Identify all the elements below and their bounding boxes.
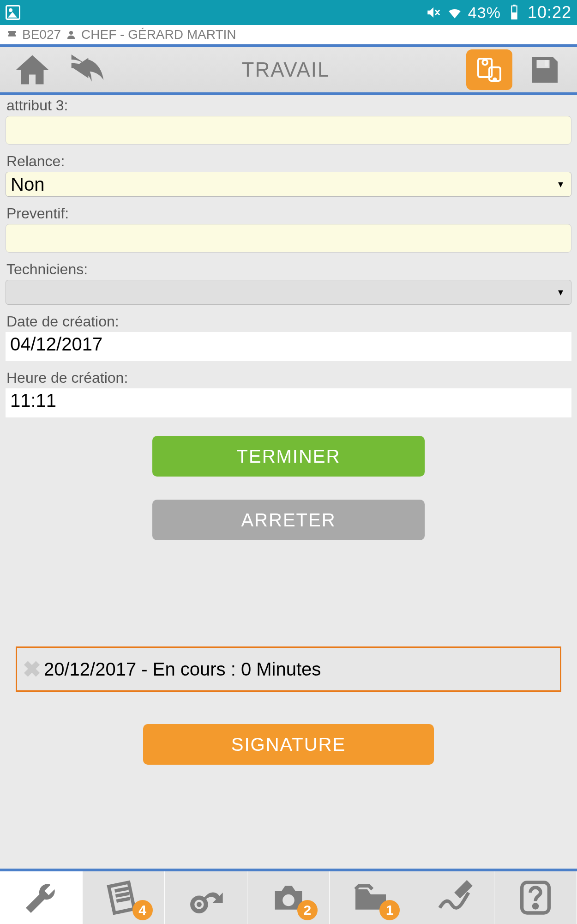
arreter-button[interactable]: ARRETER bbox=[152, 500, 425, 540]
user-name: CHEF - GÉRARD MARTIN bbox=[81, 27, 236, 42]
clock: 10:22 bbox=[528, 3, 571, 22]
back-button[interactable] bbox=[65, 49, 105, 90]
preventif-input[interactable] bbox=[6, 224, 571, 253]
person-icon bbox=[66, 29, 77, 40]
badge-camera: 2 bbox=[297, 900, 318, 920]
volume-muted-icon bbox=[426, 5, 441, 20]
relance-label: Relance: bbox=[6, 153, 571, 170]
close-icon[interactable]: ✖ bbox=[23, 656, 41, 682]
tab-signature[interactable] bbox=[412, 871, 495, 924]
field-relance: Relance: Non bbox=[6, 153, 571, 197]
svg-rect-8 bbox=[545, 60, 548, 66]
bottom-nav: 4 2 1 bbox=[0, 869, 577, 924]
user-info-bar: BE027 CHEF - GÉRARD MARTIN bbox=[0, 25, 577, 44]
svg-rect-1 bbox=[511, 12, 517, 19]
svg-line-10 bbox=[115, 888, 128, 891]
svg-rect-9 bbox=[109, 882, 134, 913]
battery-percent: 43% bbox=[468, 4, 501, 22]
svg-point-15 bbox=[282, 894, 295, 906]
site-code: BE027 bbox=[22, 27, 61, 42]
attribut3-input[interactable] bbox=[6, 116, 571, 145]
top-bar: TRAVAIL bbox=[0, 44, 577, 95]
battery-icon bbox=[506, 5, 522, 20]
field-preventif: Preventif: bbox=[6, 205, 571, 253]
status-left bbox=[6, 5, 20, 20]
tab-camera[interactable]: 2 bbox=[247, 871, 330, 924]
svg-point-17 bbox=[534, 905, 537, 908]
floppy-disk-icon bbox=[525, 50, 564, 89]
heure-creation-value: 11:11 bbox=[6, 388, 571, 417]
page-title: TRAVAIL bbox=[118, 58, 453, 81]
field-date-creation: Date de création: 04/12/2017 bbox=[6, 313, 571, 361]
devices-icon bbox=[475, 55, 504, 85]
tab-gear-arrow[interactable] bbox=[165, 871, 247, 924]
tab-wrench[interactable] bbox=[0, 871, 83, 924]
heure-creation-label: Heure de création: bbox=[6, 369, 571, 387]
svg-point-14 bbox=[197, 902, 202, 907]
home-button[interactable] bbox=[13, 50, 52, 89]
svg-point-3 bbox=[69, 31, 73, 35]
status-entry[interactable]: ✖ 20/12/2017 - En cours : 0 Minutes bbox=[16, 646, 561, 692]
devices-button[interactable] bbox=[466, 49, 512, 90]
gear-arrow-icon bbox=[186, 877, 226, 918]
ticket-icon bbox=[6, 29, 18, 40]
pen-signature-icon bbox=[433, 877, 474, 918]
techniciens-label: Techniciens: bbox=[6, 261, 571, 278]
badge-clipboard: 4 bbox=[132, 900, 153, 920]
field-attribut3: attribut 3: bbox=[6, 97, 571, 145]
tab-help[interactable] bbox=[494, 871, 577, 924]
svg-point-7 bbox=[493, 79, 496, 81]
relance-select[interactable]: Non bbox=[6, 172, 571, 197]
tab-folder[interactable]: 1 bbox=[330, 871, 412, 924]
action-buttons: TERMINER ARRETER bbox=[6, 417, 571, 554]
tab-clipboard[interactable]: 4 bbox=[83, 871, 165, 924]
date-creation-value: 04/12/2017 bbox=[6, 332, 571, 361]
home-icon bbox=[13, 50, 52, 89]
techniciens-select[interactable] bbox=[6, 280, 571, 305]
svg-rect-2 bbox=[513, 5, 516, 6]
android-status-bar: 43% 10:22 bbox=[0, 0, 577, 25]
field-techniciens: Techniciens: bbox=[6, 261, 571, 305]
svg-line-11 bbox=[116, 894, 129, 896]
attribut3-label: attribut 3: bbox=[6, 97, 571, 114]
wifi-icon bbox=[447, 5, 463, 20]
form-area: attribut 3: Relance: Non Preventif: Tech… bbox=[0, 95, 577, 765]
status-right: 43% 10:22 bbox=[426, 3, 571, 22]
wrench-icon bbox=[21, 877, 61, 918]
badge-folder: 1 bbox=[379, 900, 400, 920]
signature-button[interactable]: SIGNATURE bbox=[143, 724, 434, 765]
back-arrow-icon bbox=[65, 49, 105, 90]
status-entry-text: 20/12/2017 - En cours : 0 Minutes bbox=[44, 659, 321, 680]
svg-line-12 bbox=[117, 899, 130, 901]
date-creation-label: Date de création: bbox=[6, 313, 571, 330]
help-icon bbox=[515, 877, 556, 918]
svg-point-5 bbox=[482, 60, 487, 65]
picture-icon bbox=[6, 5, 20, 20]
terminer-button[interactable]: TERMINER bbox=[152, 436, 425, 477]
field-heure-creation: Heure de création: 11:11 bbox=[6, 369, 571, 417]
save-button[interactable] bbox=[525, 50, 564, 89]
preventif-label: Preventif: bbox=[6, 205, 571, 222]
